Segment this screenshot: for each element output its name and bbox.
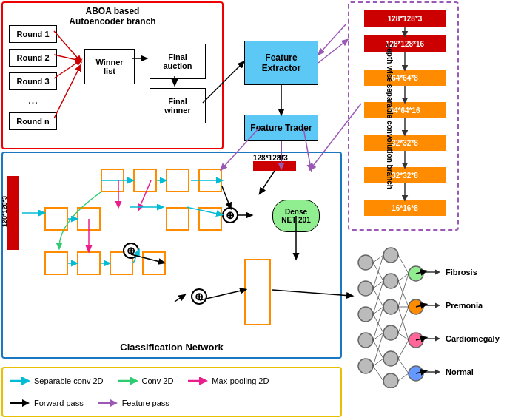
- red-bar-left: [7, 176, 19, 250]
- legend-conv: Conv 2D: [118, 376, 174, 385]
- svg-point-20: [409, 366, 423, 381]
- orange-sq-m1: [44, 207, 68, 231]
- svg-point-16: [383, 373, 398, 388]
- svg-line-30: [373, 333, 383, 340]
- aboa-title: ABOA based Autoencoder branch: [69, 6, 155, 27]
- feature-extractor-box: Feature Extractor: [244, 41, 318, 85]
- orange-sq-m2: [77, 207, 101, 231]
- main-container: ABOA based Autoencoder branch Round 1 Ro…: [0, 0, 524, 420]
- svg-line-24: [373, 281, 383, 288]
- orange-sq-t1: [101, 169, 124, 192]
- winner-list-box: Winner list: [84, 49, 135, 84]
- svg-line-43: [398, 340, 409, 359]
- legend-feature: Feature pass: [98, 399, 169, 407]
- orange-sq-b4: [142, 251, 166, 275]
- dws-layer-6: 16*16*8: [364, 200, 446, 216]
- dws-layer-0: 128*128*3: [364, 10, 446, 27]
- legend-maxpool: Max-pooling 2D: [188, 376, 269, 385]
- dense-net-box: Dense NET 201: [272, 200, 320, 232]
- orange-sq-t3: [166, 169, 189, 192]
- svg-line-29: [373, 307, 383, 340]
- svg-line-44: [398, 359, 409, 373]
- svg-line-38: [398, 274, 409, 307]
- orange-sq-t4: [198, 169, 222, 192]
- svg-point-15: [383, 351, 398, 366]
- svg-line-42: [398, 333, 409, 340]
- orange-sq-m3: [166, 207, 189, 231]
- svg-point-19: [409, 333, 423, 348]
- legend-separable: Separable conv 2D: [10, 376, 104, 385]
- orange-sq-b2: [77, 251, 101, 275]
- output-normal: Normal: [426, 368, 474, 376]
- svg-line-64: [320, 24, 346, 53]
- svg-point-11: [383, 248, 398, 262]
- round-dots: ...: [9, 93, 57, 111]
- classnet-title: Classification Network: [120, 342, 223, 353]
- dws-layer-3: 64*64*16: [364, 102, 446, 118]
- legend-forward: Forward pass: [10, 399, 84, 407]
- svg-line-21: [373, 255, 383, 262]
- svg-point-18: [409, 299, 423, 314]
- round-1-box: Round 1: [9, 25, 57, 43]
- input-bar-class: [253, 161, 296, 171]
- orange-sq-b1: [44, 251, 68, 275]
- svg-point-13: [383, 299, 398, 314]
- plus-circle-2: ⊕: [123, 243, 139, 259]
- round-2-box: Round 2: [9, 49, 57, 67]
- svg-point-17: [409, 266, 423, 281]
- svg-point-7: [358, 281, 373, 296]
- plus-circle-3: ⊕: [191, 288, 207, 305]
- svg-line-63: [318, 41, 346, 63]
- orange-sq-t2: [133, 169, 157, 192]
- svg-point-14: [383, 325, 398, 340]
- svg-line-27: [373, 307, 383, 314]
- final-winner-box: Final winner: [150, 88, 206, 123]
- aboa-box: ABOA based Autoencoder branch Round 1 Ro…: [1, 1, 224, 149]
- final-auction-box: Final auction: [150, 44, 206, 79]
- svg-line-32: [373, 333, 383, 366]
- svg-line-33: [373, 359, 383, 366]
- plus-circle-1: ⊕: [222, 207, 238, 223]
- neural-network-svg: [352, 244, 430, 388]
- output-premonia: Premonia: [426, 301, 483, 310]
- feature-trader-box: Feature Trader: [244, 115, 318, 141]
- dws-branch-box: 128*128*3 128*128*16 64*64*8 64*64*16 32…: [348, 1, 459, 231]
- svg-line-35: [398, 255, 409, 274]
- dws-layer-5: 32*32*8: [364, 167, 446, 183]
- red-bar-label: 128*128*3: [1, 196, 8, 227]
- legend-box: Separable conv 2D Conv 2D Max-pooling 2D…: [1, 367, 342, 417]
- svg-line-23: [373, 255, 383, 288]
- svg-line-41: [398, 307, 409, 333]
- svg-point-9: [358, 333, 373, 348]
- dws-layer-2: 64*64*8: [364, 70, 446, 86]
- svg-line-36: [398, 274, 409, 281]
- dws-layer-1: 128*128*16: [364, 35, 446, 52]
- round-3-box: Round 3: [9, 72, 57, 90]
- svg-line-40: [398, 307, 409, 340]
- svg-point-10: [358, 359, 373, 373]
- output-cardiomegaly: Cardiomegaly: [426, 334, 500, 343]
- dws-layer-4: 32*32*8: [364, 135, 446, 151]
- round-n-box: Round n: [9, 112, 57, 130]
- dws-title: Depth wise separable convolution branch: [386, 43, 394, 189]
- svg-line-26: [373, 281, 383, 314]
- svg-line-45: [398, 373, 409, 381]
- svg-point-8: [358, 307, 373, 322]
- svg-point-12: [383, 274, 398, 288]
- output-fibrosis: Fibrosis: [426, 268, 477, 277]
- svg-line-34: [373, 366, 383, 381]
- orange-sq-out: [244, 259, 271, 325]
- orange-sq-m4: [198, 207, 222, 231]
- svg-line-37: [398, 281, 409, 307]
- svg-point-6: [358, 255, 373, 270]
